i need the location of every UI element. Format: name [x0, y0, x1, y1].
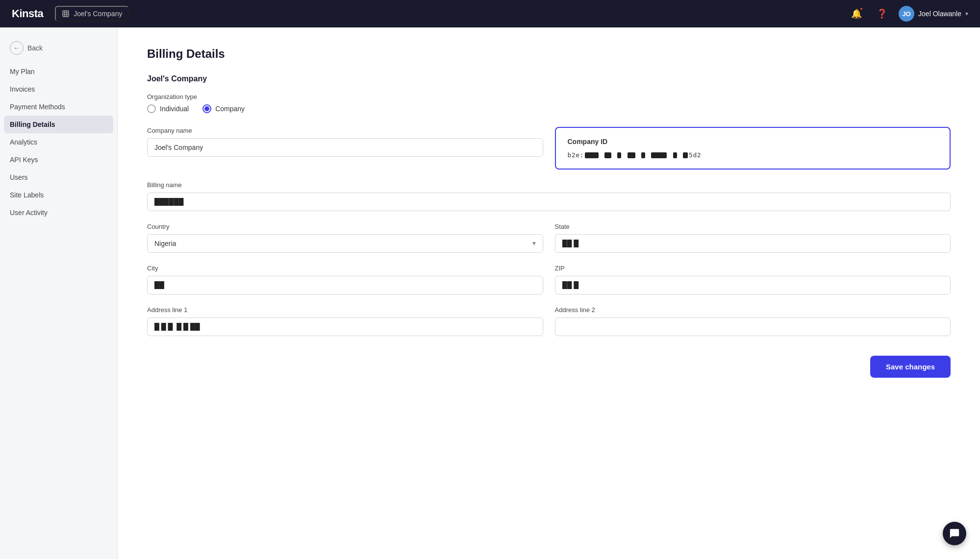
address2-label: Address line 2 [555, 306, 951, 314]
company-id-value: b2e: 5d2 [568, 151, 938, 159]
country-state-row: Country Nigeria United States United Kin… [147, 223, 951, 253]
state-label: State [555, 223, 951, 230]
company-name-input[interactable] [147, 138, 543, 157]
address2-input[interactable] [555, 317, 951, 336]
radio-company-circle [202, 104, 211, 113]
company-id-box: Company ID b2e: 5d2 [555, 127, 951, 170]
company-id-redacted-5 [641, 152, 645, 158]
company-row: Company name Company ID b2e: 5d2 [147, 127, 951, 170]
sidebar-item-my-plan[interactable]: My Plan [0, 63, 117, 80]
help-button[interactable]: ❓ [873, 5, 891, 23]
sidebar-item-invoices[interactable]: Invoices [0, 80, 117, 98]
help-icon: ❓ [877, 8, 887, 19]
city-input[interactable] [147, 276, 543, 294]
page-title: Billing Details [147, 47, 951, 61]
radio-company[interactable]: Company [202, 104, 245, 113]
billing-name-input[interactable] [147, 193, 951, 211]
company-id-redacted-2 [604, 152, 611, 158]
company-id-suffix: 5d2 [689, 151, 701, 159]
company-id-label: Company ID [568, 138, 938, 146]
country-field: Country Nigeria United States United Kin… [147, 223, 543, 253]
save-button[interactable]: Save changes [870, 356, 951, 378]
company-name-nav: Joel's Company [74, 10, 122, 18]
topnav: Kinsta Joel's Company 🔔 ❓ JO Joel Olawan… [0, 0, 980, 27]
country-select-wrap: Nigeria United States United Kingdom Can… [147, 234, 543, 253]
user-name: Joel Olawanle [918, 10, 961, 18]
address1-field: Address line 1 [147, 306, 543, 336]
country-select[interactable]: Nigeria United States United Kingdom Can… [147, 234, 543, 253]
company-name-label: Company name [147, 127, 543, 134]
back-button[interactable]: ← Back [0, 37, 52, 63]
company-id-redacted-4 [628, 152, 635, 158]
kinsta-logo: Kinsta [12, 7, 43, 20]
sidebar-nav: My Plan Invoices Payment Methods Billing… [0, 63, 117, 221]
address-row: Address line 1 Address line 2 [147, 306, 951, 336]
save-btn-wrap: Save changes [147, 356, 951, 378]
zip-label: ZIP [555, 265, 951, 272]
user-menu-button[interactable]: JO Joel Olawanle ▾ [899, 6, 968, 22]
company-id-redacted-3 [617, 152, 621, 158]
back-label: Back [27, 44, 43, 52]
country-label: Country [147, 223, 543, 230]
chat-icon [949, 528, 960, 539]
radio-individual[interactable]: Individual [147, 104, 189, 113]
radio-company-label: Company [215, 105, 245, 113]
company-id-prefix: b2e: [568, 151, 584, 159]
company-id-redacted-6 [651, 152, 667, 158]
sidebar: ← Back My Plan Invoices Payment Methods … [0, 27, 118, 559]
main-content: Billing Details Joel's Company Organizat… [118, 27, 980, 559]
notifications-button[interactable]: 🔔 [848, 5, 865, 23]
company-id-redacted-1 [585, 152, 599, 158]
company-id-redacted-7 [673, 152, 677, 158]
avatar: JO [899, 6, 914, 22]
sidebar-item-users[interactable]: Users [0, 169, 117, 186]
radio-individual-label: Individual [160, 105, 189, 113]
address2-field: Address line 2 [555, 306, 951, 336]
sidebar-item-user-activity[interactable]: User Activity [0, 204, 117, 221]
org-type-label: Organization type [147, 93, 951, 100]
chat-button[interactable] [943, 522, 966, 545]
radio-individual-circle [147, 104, 156, 113]
notification-dot [859, 7, 863, 11]
back-icon: ← [10, 41, 24, 55]
radio-company-dot [204, 106, 209, 111]
company-subtitle: Joel's Company [147, 74, 951, 83]
zip-field: ZIP [555, 265, 951, 294]
sidebar-item-api-keys[interactable]: API Keys [0, 151, 117, 169]
sidebar-item-analytics[interactable]: Analytics [0, 133, 117, 151]
svg-rect-0 [63, 11, 69, 17]
sidebar-item-billing-details[interactable]: Billing Details [4, 116, 113, 133]
sidebar-item-site-labels[interactable]: Site Labels [0, 186, 117, 204]
address1-label: Address line 1 [147, 306, 543, 314]
state-field: State [555, 223, 951, 253]
address1-input[interactable] [147, 317, 543, 336]
city-field: City [147, 265, 543, 294]
org-type-row: Individual Company [147, 104, 951, 113]
city-label: City [147, 265, 543, 272]
company-selector[interactable]: Joel's Company [55, 6, 129, 22]
billing-name-label: Billing name [147, 181, 951, 189]
billing-name-field: Billing name [147, 181, 951, 211]
chevron-down-icon: ▾ [965, 10, 968, 17]
building-icon [62, 10, 70, 18]
city-zip-row: City ZIP [147, 265, 951, 294]
sidebar-item-payment-methods[interactable]: Payment Methods [0, 98, 117, 116]
zip-input[interactable] [555, 276, 951, 294]
company-name-field: Company name [147, 127, 543, 170]
state-input[interactable] [555, 234, 951, 253]
company-id-redacted-8 [683, 152, 688, 158]
